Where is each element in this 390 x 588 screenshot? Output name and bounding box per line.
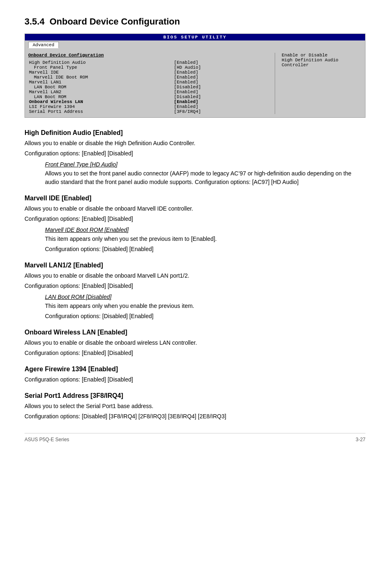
bios-row-value: [3F8/IRQ4]: [173, 109, 270, 114]
section-heading-marvell-lan: Marvell LAN1/2 [Enabled]: [25, 262, 365, 269]
bios-left-panel: Onboard Device Configuration High Defini…: [28, 53, 275, 114]
bios-help-line3: Controller: [282, 63, 309, 67]
section-para: Configuration options: [Disabled] [3F8/I…: [25, 412, 365, 421]
subsection-para: This item appears only when you enable t…: [45, 302, 365, 310]
bios-row-value: [Enabled]: [173, 99, 270, 104]
bios-row-value: [Enabled]: [173, 80, 270, 85]
bios-row-value: [Enabled]: [173, 70, 270, 75]
bios-row-value: [Enabled]: [173, 90, 270, 94]
bios-row-value: [Disabled]: [173, 85, 270, 90]
bios-row-label: Marvell LAN1: [28, 80, 173, 85]
bios-row-label: Onboard Wireless LAN: [28, 99, 173, 104]
bios-screenshot-box: BIOS SETUP UTILITY Advanced Onboard Devi…: [25, 34, 365, 118]
subsection-marvell-lan: LAN Boot ROM [Disabled]This item appears…: [45, 294, 365, 321]
bios-row-value: [Disabled]: [173, 94, 270, 99]
bios-help-line2: High Definition Audio: [282, 58, 338, 63]
section-para: Configuration options: [Enabled] [Disabl…: [25, 282, 365, 290]
section-para: Configuration options: [Enabled] [Disabl…: [25, 149, 365, 158]
section-heading-agere-firewire: Agere Firewire 1394 [Enabled]: [25, 366, 365, 373]
section-heading-hd-audio: High Definition Audio [Enabled]: [25, 129, 365, 137]
page-footer: ASUS P5Q-E Series 3-27: [25, 433, 365, 442]
section-serial-port: Serial Port1 Address [3F8/IRQ4]Allows yo…: [25, 392, 365, 421]
section-para: Allows you to enable or disable the onbo…: [25, 272, 365, 280]
section-para: Configuration options: [Enabled] [Disabl…: [25, 349, 365, 357]
section-para: Configuration options: [Enabled] [Disabl…: [25, 375, 365, 384]
footer-right: 3-27: [356, 437, 365, 442]
section-para: Allows you to enable or disable the onbo…: [25, 339, 365, 347]
bios-row-value: [Enabled]: [173, 60, 270, 65]
bios-row-label: Front Panel Type: [28, 65, 173, 70]
subsection-title: LAN Boot ROM [Disabled]: [45, 294, 365, 300]
subsection-para: Configuration options: [Disabled] [Enabl…: [45, 312, 365, 321]
bios-settings-table: High Definition Audio[Enabled] Front Pan…: [28, 60, 270, 114]
bios-row-label: LAN Boot ROM: [28, 94, 173, 99]
bios-tab-advanced: Advanced: [28, 42, 59, 48]
bios-row-label: Serial Port1 Address: [28, 109, 173, 114]
bios-row-label: LSI Firewire 1394: [28, 104, 173, 109]
bios-row-value: [HD Audio]: [173, 65, 270, 70]
subsection-para: Configuration options: [Disabled] [Enabl…: [45, 245, 365, 254]
section-hd-audio: High Definition Audio [Enabled]Allows yo…: [25, 129, 365, 186]
bios-left-title: Onboard Device Configuration: [28, 53, 270, 58]
bios-help-line1: Enable or Disable: [282, 53, 327, 58]
section-marvell-lan: Marvell LAN1/2 [Enabled]Allows you to en…: [25, 262, 365, 321]
section-heading-onboard-wireless: Onboard Wireless LAN [Enabled]: [25, 329, 365, 336]
subsection-para: This item appears only when you set the …: [45, 235, 365, 243]
section-title: Onboard Device Configuration: [49, 16, 180, 27]
bios-right-panel: Enable or Disable High Definition Audio …: [280, 53, 362, 114]
section-para: Allows you to enable or disable the onbo…: [25, 204, 365, 213]
subsection-title: Marvell IDE Boot ROM [Enabled]: [45, 227, 365, 233]
section-agere-firewire: Agere Firewire 1394 [Enabled]Configurati…: [25, 366, 365, 384]
bios-titlebar: BIOS SETUP UTILITY: [25, 34, 365, 40]
subsection-para: Allows you to set the front panel audio …: [45, 169, 365, 186]
section-heading: 3.5.4 Onboard Device Configuration: [25, 16, 365, 27]
subsection-hd-audio: Front Panel Type [HD Audio]Allows you to…: [45, 161, 365, 186]
section-para: Allows you to select the Serial Port1 ba…: [25, 402, 365, 411]
bios-row-label: Marvell IDE: [28, 70, 173, 75]
bios-row-label: Marvell IDE Boot ROM: [28, 75, 173, 80]
footer-left: ASUS P5Q-E Series: [25, 437, 69, 442]
bios-row-value: [Enabled]: [173, 75, 270, 80]
section-onboard-wireless: Onboard Wireless LAN [Enabled]Allows you…: [25, 329, 365, 357]
bios-row-value: [Enabled]: [173, 104, 270, 109]
section-heading-marvell-ide: Marvell IDE [Enabled]: [25, 195, 365, 202]
section-number: 3.5.4: [25, 16, 45, 27]
bios-row-label: High Definition Audio: [28, 60, 173, 65]
section-marvell-ide: Marvell IDE [Enabled]Allows you to enabl…: [25, 195, 365, 254]
content-sections: High Definition Audio [Enabled]Allows yo…: [25, 129, 365, 421]
subsection-title: Front Panel Type [HD Audio]: [45, 161, 365, 168]
subsection-marvell-ide: Marvell IDE Boot ROM [Enabled]This item …: [45, 227, 365, 254]
section-para: Allows you to enable or disable the High…: [25, 139, 365, 148]
bios-row-label: LAN Boot ROM: [28, 85, 173, 90]
bios-tabbar: Advanced: [25, 40, 365, 49]
bios-row-label: Marvell LAN2: [28, 90, 173, 94]
bios-content-area: Onboard Device Configuration High Defini…: [25, 49, 365, 117]
section-para: Configuration options: [Enabled] [Disabl…: [25, 215, 365, 223]
section-heading-serial-port: Serial Port1 Address [3F8/IRQ4]: [25, 392, 365, 399]
